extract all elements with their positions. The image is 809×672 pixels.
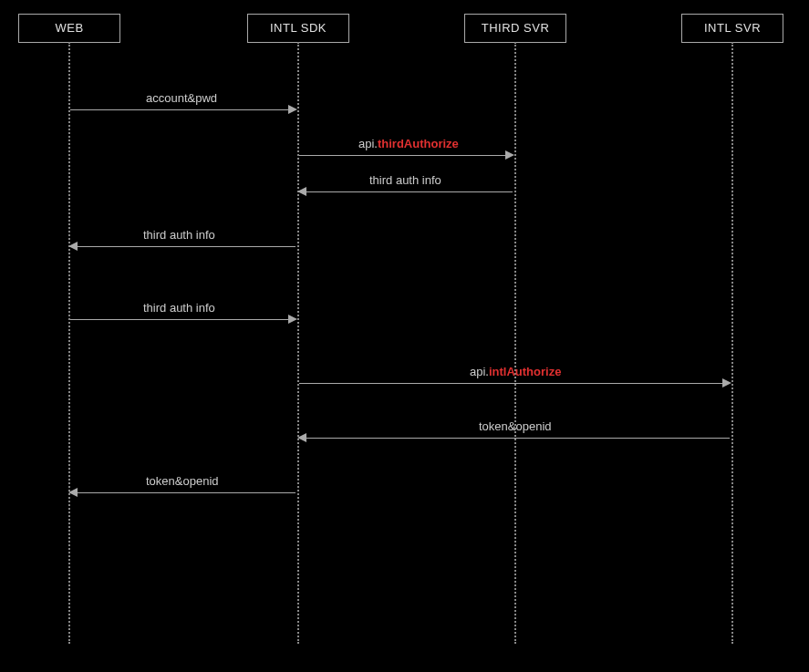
arrow-head-left-icon [68, 242, 78, 251]
msg-intl-authorize: api.intlAuthorize [470, 365, 561, 378]
actor-intl-sdk: INTL SDK [247, 14, 349, 43]
arrow-line [70, 319, 288, 320]
arrow-head-right-icon [505, 150, 514, 160]
arrow-head-left-icon [297, 433, 306, 442]
arrow-line [70, 109, 288, 110]
arrow-head-right-icon [288, 315, 297, 324]
actor-intl-svr: INTL SVR [681, 14, 783, 43]
msg-third-authorize: api.thirdAuthorize [358, 137, 459, 150]
actor-web: WEB [18, 14, 120, 43]
msg-token-openid-1: token&openid [479, 419, 552, 433]
arrow-line [306, 191, 513, 192]
lifeline-intl-sdk [297, 42, 299, 644]
arrow-head-right-icon [288, 105, 297, 114]
sequence-diagram: WEB INTL SDK THIRD SVR INTL SVR account&… [0, 0, 809, 672]
msg-token-openid-2: token&openid [146, 474, 219, 488]
arrow-line [299, 383, 722, 384]
arrow-line [78, 492, 296, 493]
arrow-head-left-icon [68, 488, 78, 497]
arrow-line [78, 246, 296, 247]
msg-third-auth-info-1: third auth info [369, 173, 441, 187]
arrow-line [306, 438, 730, 439]
msg-third-auth-info-3: third auth info [143, 301, 215, 315]
lifeline-intl-svr [731, 42, 733, 644]
lifeline-web [68, 42, 70, 644]
arrow-line [299, 155, 505, 156]
arrow-head-right-icon [722, 378, 731, 388]
arrow-head-left-icon [297, 187, 306, 196]
msg-account-pwd: account&pwd [146, 91, 217, 105]
msg-third-auth-info-2: third auth info [143, 228, 215, 242]
actor-third-svr: THIRD SVR [464, 14, 566, 43]
lifeline-third-svr [514, 42, 516, 644]
